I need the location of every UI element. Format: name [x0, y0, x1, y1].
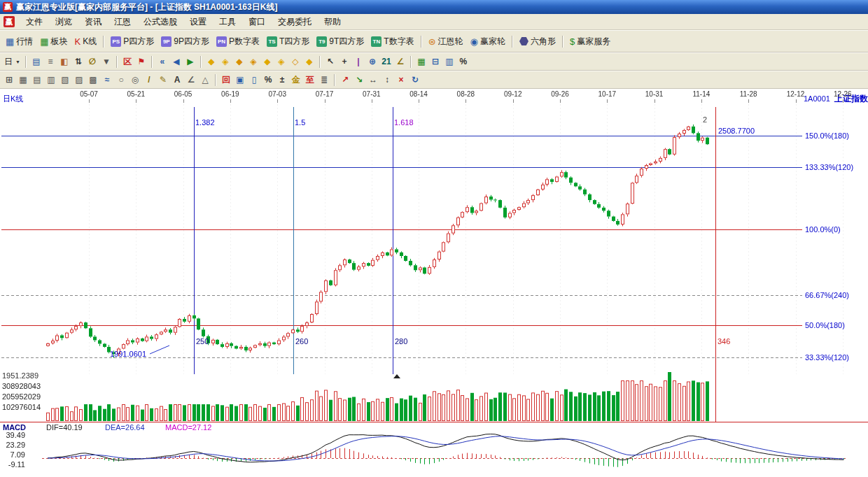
layers-icon[interactable]: ≣ [317, 73, 331, 87]
percent-tool-icon[interactable]: % [261, 73, 275, 87]
gann-diamond-4[interactable]: ◈ [246, 55, 260, 69]
quotes-button[interactable]: ▦行情 [2, 33, 36, 50]
zhi-icon[interactable]: 至 [303, 73, 317, 87]
swap-vertical-icon[interactable]: ⇅ [71, 55, 85, 69]
cascade-icon[interactable]: ⊟ [428, 55, 442, 69]
hexagon-button[interactable]: 六角形 [516, 33, 559, 50]
zoom-icon[interactable]: ⊕ [365, 55, 379, 69]
vertical-line-icon[interactable]: | [351, 55, 365, 69]
menu-logo-icon: 赢 [4, 16, 15, 27]
gann-diamond-7[interactable]: ◇ [288, 55, 302, 69]
grid-tool-icon[interactable]: ⊞ [2, 73, 16, 87]
empty-set-icon[interactable]: ∅ [85, 55, 99, 69]
9p-square-button[interactable]: 9P9P四方形 [158, 33, 213, 50]
pencil-tool-icon[interactable]: ✎ [156, 73, 170, 87]
menu-news[interactable]: 资讯 [78, 14, 108, 30]
prev-icon[interactable]: ◀ [169, 55, 183, 69]
menu-settings[interactable]: 设置 [183, 14, 213, 30]
toolbar-separator [562, 36, 564, 48]
p-square-button-label: P四方形 [123, 36, 154, 48]
toolbar-separator [200, 56, 202, 68]
delete-tool-icon[interactable]: × [394, 73, 408, 87]
gann-wheel-button[interactable]: ⊛江恩轮 [425, 33, 467, 50]
flag-icon[interactable]: ⚑ [134, 55, 148, 69]
menu-tools[interactable]: 工具 [213, 14, 242, 30]
columns-icon[interactable]: ▥ [44, 73, 58, 87]
board-view-icon[interactable]: ▤ [29, 55, 43, 69]
empty-set-icon-glyph: ∅ [89, 57, 96, 66]
frame-icon[interactable]: 回 [219, 73, 233, 87]
gann-diamond-2[interactable]: ◈ [218, 55, 232, 69]
text-tool-icon[interactable]: A [170, 73, 184, 87]
rows-icon-glyph: ▤ [33, 76, 41, 84]
kline-style-icon[interactable]: ◧ [57, 55, 71, 69]
menu-formula-stock-pick[interactable]: 公式选股 [137, 14, 183, 30]
percent-icon[interactable]: % [456, 55, 470, 69]
green-panel-icon[interactable]: ▦ [414, 55, 428, 69]
gann-diamond-1[interactable]: ◆ [204, 55, 218, 69]
winner-service-button[interactable]: $赢家服务 [566, 33, 614, 50]
gann-diamond-3[interactable]: ◆ [232, 55, 246, 69]
chart-area[interactable]: 日K线 1A0001 上证指数 1951.2389 1991.0601 2508… [0, 89, 868, 477]
t-square-button[interactable]: TST四方形 [263, 33, 313, 50]
target-tool-icon-glyph: ◎ [132, 76, 139, 84]
expand-h-icon[interactable]: ↔ [366, 73, 380, 87]
target-tool-icon[interactable]: ◎ [128, 73, 142, 87]
hatch-icon[interactable]: ▨ [72, 73, 86, 87]
zoom-icon-glyph: ⊕ [369, 57, 376, 66]
menu-window[interactable]: 窗口 [242, 14, 272, 30]
angle-tool-icon[interactable]: ∠ [184, 73, 198, 87]
winner-wheel-button[interactable]: ◉赢家轮 [467, 33, 509, 50]
crosshair-icon[interactable]: + [337, 55, 351, 69]
stats-panel-icon[interactable]: ▥ [442, 55, 456, 69]
p-number-table-button[interactable]: PNP数字表 [213, 33, 263, 50]
diag-grid-icon[interactable]: ▧ [58, 73, 72, 87]
overlay-icon[interactable]: ▣ [233, 73, 247, 87]
play-icon[interactable]: ▶ [183, 55, 197, 69]
menu-gann[interactable]: 江恩 [108, 14, 137, 30]
toolbar-separator [410, 56, 412, 68]
menu-trade-order[interactable]: 交易委托 [272, 14, 318, 30]
list-view-icon[interactable]: ≡ [43, 55, 57, 69]
t-number-table-button[interactable]: TNT数字表 [368, 33, 417, 50]
region-icon[interactable]: 区 [120, 55, 134, 69]
period-day-dropdown[interactable]: 日▼ [2, 55, 22, 69]
line-tool-icon[interactable]: / [142, 73, 156, 87]
menu-help[interactable]: 帮助 [318, 14, 347, 30]
rows-icon[interactable]: ▤ [30, 73, 44, 87]
trend-down-icon[interactable]: ↘ [352, 73, 366, 87]
triangle-tool-icon[interactable]: △ [198, 73, 212, 87]
kline-button[interactable]: KK线 [71, 33, 101, 50]
plusminus-icon[interactable]: ± [275, 73, 289, 87]
gann-diamond-6[interactable]: ◈ [274, 55, 288, 69]
sectors-button[interactable]: ▦板块 [36, 33, 71, 50]
wave-tool-icon[interactable]: ≈ [100, 73, 114, 87]
window-title: 赢家江恩专业版[赢家内部服务平台] - [上证指数 SH1A0001-163日K… [16, 1, 277, 13]
split-view-icon[interactable]: ▯ [247, 73, 261, 87]
pointer-icon[interactable]: ↖ [323, 55, 337, 69]
kline-button-label: K线 [83, 36, 97, 48]
expand-v-icon[interactable]: ↕ [380, 73, 394, 87]
application-window: 赢 赢家江恩专业版[赢家内部服务平台] - [上证指数 SH1A0001-163… [0, 0, 868, 477]
gann-diamond-8[interactable]: ◆ [302, 55, 316, 69]
refresh-icon[interactable]: ↻ [408, 73, 422, 87]
angle-icon[interactable]: ∠ [393, 55, 407, 69]
titlebar[interactable]: 赢 赢家江恩专业版[赢家内部服务平台] - [上证指数 SH1A0001-163… [0, 0, 868, 14]
menu-browse[interactable]: 浏览 [49, 14, 78, 30]
hexagon-button-label: 六角形 [531, 36, 556, 48]
trend-up-icon[interactable]: ↗ [338, 73, 352, 87]
first-page-icon[interactable]: « [155, 55, 169, 69]
shade-icon[interactable]: ▩ [86, 73, 100, 87]
p-number-table-button-icon: PN [216, 36, 227, 47]
kline-chart-canvas[interactable] [0, 89, 868, 477]
dropdown-arrow-icon[interactable]: ▼ [99, 55, 113, 69]
calendar-21-icon[interactable]: 21 [379, 55, 393, 69]
list-view-icon-glyph: ≡ [48, 57, 52, 66]
9t-square-button[interactable]: T99T四方形 [313, 33, 368, 50]
gann-diamond-5[interactable]: ◆ [260, 55, 274, 69]
dense-grid-icon[interactable]: ▦ [16, 73, 30, 87]
gold-icon[interactable]: 金 [289, 73, 303, 87]
p-square-button[interactable]: PSP四方形 [107, 33, 158, 50]
circle-tool-icon[interactable]: ○ [114, 73, 128, 87]
menu-file[interactable]: 文件 [20, 14, 49, 30]
